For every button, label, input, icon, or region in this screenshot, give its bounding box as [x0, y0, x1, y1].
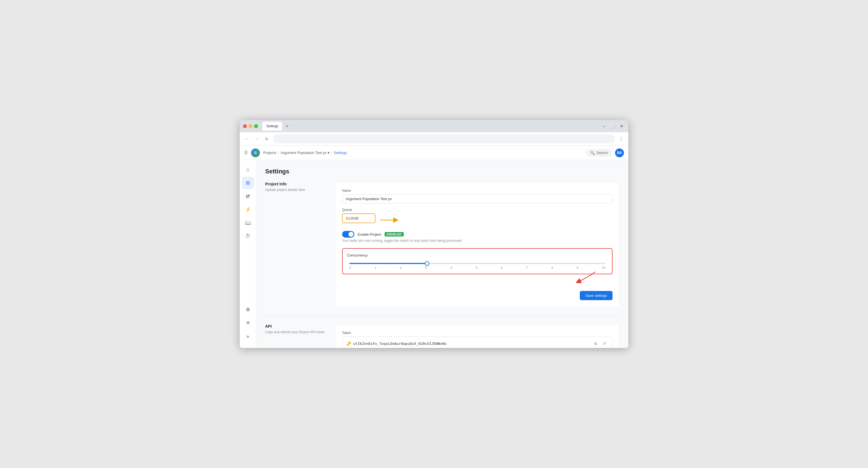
section-divider-1	[265, 316, 619, 316]
title-bar: Settings + – ⬜ ✕	[240, 120, 628, 132]
api-title: API	[265, 324, 326, 328]
main-layout: ⌂ ⊞ ⇄ ⚡ 📖 ⏱ ⚙ ☀ » Settings Project Info …	[240, 160, 628, 348]
project-info-desc: Update project details here	[265, 187, 326, 192]
app-logo: S	[251, 148, 260, 157]
name-input[interactable]	[342, 194, 613, 203]
search-icon: 🔍	[590, 151, 595, 155]
new-tab-button[interactable]: +	[283, 122, 291, 130]
queue-label: Queue	[342, 208, 398, 212]
sidebar-item-triggers[interactable]: ⚡	[242, 203, 254, 216]
search-bar[interactable]: 🔍 Search	[586, 149, 612, 156]
apps-grid-icon[interactable]: ⠿	[244, 150, 248, 156]
browser-window: Settings + – ⬜ ✕ ← → ↻ ⋮ ⠿ S Projects / …	[240, 120, 628, 348]
url-bar[interactable]	[273, 135, 615, 143]
queue-input[interactable]	[342, 213, 375, 223]
token-field: 🔑 utIkZnnEsFx_ToqxLOeAur0apuQu5_020cUIJE…	[342, 337, 613, 348]
breadcrumb-projects[interactable]: Projects	[263, 151, 276, 155]
enable-project-label: Enable Project	[358, 232, 381, 236]
concurrency-slider[interactable]	[349, 263, 605, 264]
back-button[interactable]: ←	[243, 135, 251, 143]
title-bar-actions: – ⬜ ✕	[600, 123, 625, 129]
name-label: Name	[342, 189, 613, 193]
project-info-card: Name Queue	[335, 182, 619, 307]
refresh-token-button[interactable]: ↺	[600, 340, 609, 347]
restore-window-button[interactable]: ⬜	[610, 123, 616, 129]
content-area: Settings Project Info Update project det…	[256, 160, 628, 348]
api-card: Token 🔑 utIkZnnEsFx_ToqxLOeAur0apuQu5_02…	[335, 324, 619, 348]
project-info-sidebar: Project Info Update project details here	[265, 182, 326, 307]
token-label: Token	[342, 331, 613, 335]
breadcrumb-project-name: Argument Population Test yo	[281, 151, 327, 155]
nav-bar: ← → ↻ ⋮	[240, 132, 628, 146]
breadcrumb-sep-1: /	[278, 151, 279, 155]
browser-tab[interactable]: Settings	[262, 122, 282, 130]
save-btn-row: Save settings	[342, 291, 613, 300]
project-info-title: Project Info	[265, 182, 326, 186]
breadcrumb-current: Settings	[334, 151, 347, 155]
app-header: ⠿ S Projects / Argument Population Test …	[240, 146, 628, 160]
token-actions: ⧉ ↺	[592, 340, 609, 347]
concurrency-box: Concurrency 0 1 2 3 4 5 6 7	[342, 248, 613, 274]
avatar-initials: BB	[617, 151, 622, 155]
sidebar: ⌂ ⊞ ⇄ ⚡ 📖 ⏱ ⚙ ☀ »	[240, 160, 256, 348]
enable-project-toggle[interactable]	[342, 231, 354, 238]
slider-container: 0 1 2 3 4 5 6 7 8 9 10	[347, 261, 608, 269]
search-placeholder: Search	[596, 151, 608, 155]
queue-annotation-arrow	[378, 214, 400, 226]
avatar[interactable]: BB	[615, 148, 624, 157]
forward-button[interactable]: →	[253, 135, 261, 143]
breadcrumb-project[interactable]: Argument Population Test yo ▾	[281, 151, 330, 155]
sidebar-item-docs[interactable]: 📖	[242, 217, 254, 229]
copy-token-button[interactable]: ⧉	[592, 340, 599, 347]
api-section: API Copy and refresh your Swarm API toke…	[265, 324, 619, 348]
sidebar-item-theme[interactable]: ☀	[242, 317, 254, 329]
sidebar-bottom: ⚙ ☀ »	[242, 303, 254, 345]
tab-bar: Settings +	[262, 122, 598, 130]
sidebar-item-history[interactable]: ⏱	[242, 230, 254, 242]
enable-project-row: Enable Project ENABLED	[342, 231, 613, 238]
enable-project-desc: Your tasks are now running, toggle the s…	[342, 239, 613, 243]
slider-marks: 0 1 2 3 4 5 6 7 8 9 10	[349, 266, 605, 269]
minimize-button[interactable]	[249, 124, 252, 128]
api-sidebar: API Copy and refresh your Swarm API toke…	[265, 324, 326, 348]
breadcrumb-chevron: ▾	[328, 151, 330, 155]
minimize-window-button[interactable]: –	[600, 123, 607, 129]
token-key-icon: 🔑	[346, 341, 351, 346]
tab-title: Settings	[266, 124, 278, 128]
enabled-badge: ENABLED	[384, 232, 404, 236]
sidebar-item-expand[interactable]: »	[242, 330, 254, 342]
queue-field-wrapper: Queue	[342, 208, 398, 223]
sidebar-item-dashboard[interactable]: ⊞	[242, 177, 254, 189]
window-controls	[243, 124, 258, 128]
close-button[interactable]	[243, 124, 247, 128]
sidebar-item-settings[interactable]: ⚙	[242, 303, 254, 316]
breadcrumb-sep-2: /	[331, 151, 332, 155]
api-desc: Copy and refresh your Swarm API token	[265, 330, 326, 334]
token-value: utIkZnnEsFx_ToqxLOeAur0apuQu5_020cUIJEWN…	[353, 342, 589, 346]
maximize-button[interactable]	[254, 124, 258, 128]
reload-button[interactable]: ↻	[263, 135, 271, 143]
project-info-section: Project Info Update project details here…	[265, 182, 619, 307]
sidebar-item-home[interactable]: ⌂	[242, 164, 254, 176]
browser-menu-button[interactable]: ⋮	[617, 135, 625, 143]
breadcrumb: Projects / Argument Population Test yo ▾…	[263, 151, 347, 155]
concurrency-annotation-arrow	[576, 270, 598, 284]
close-window-button[interactable]: ✕	[618, 123, 625, 129]
page-title: Settings	[265, 168, 619, 175]
sidebar-item-pipelines[interactable]: ⇄	[242, 190, 254, 202]
save-settings-button[interactable]: Save settings	[580, 291, 613, 300]
concurrency-label: Concurrency	[347, 253, 608, 257]
